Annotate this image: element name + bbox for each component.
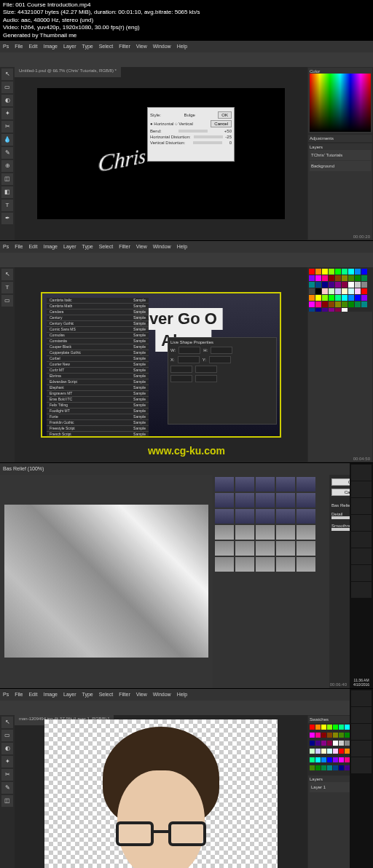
font-option[interactable]: ConsolasSample <box>47 333 149 339</box>
lasso-tool[interactable]: ◐ <box>1 743 13 754</box>
swatch[interactable] <box>310 733 315 738</box>
brush-tool[interactable]: ✎ <box>1 782 13 794</box>
swatch[interactable] <box>345 725 350 730</box>
swatch[interactable] <box>342 282 348 288</box>
taskbar-icon[interactable] <box>351 481 372 497</box>
swatch[interactable] <box>355 282 361 288</box>
filter-thumbnail[interactable] <box>256 557 275 572</box>
crop-tool[interactable]: ✂ <box>1 769 13 781</box>
filter-thumbnail[interactable] <box>276 477 295 492</box>
stamp-tool[interactable]: ⊕ <box>1 160 13 172</box>
filter-thumbnail[interactable] <box>297 557 315 572</box>
swatch[interactable] <box>361 295 367 301</box>
filter-thumbnail[interactable] <box>215 557 234 572</box>
menu-select[interactable]: Select <box>99 244 113 249</box>
font-option[interactable]: Edwardian ScriptSample <box>47 379 149 385</box>
menu-window[interactable]: Window <box>153 692 171 697</box>
filter-thumbnail[interactable] <box>276 557 295 572</box>
font-option[interactable]: EbrimaSample <box>47 374 149 379</box>
swatch[interactable] <box>342 269 348 275</box>
filter-thumbnail[interactable] <box>276 525 295 540</box>
swatch[interactable] <box>339 749 344 754</box>
font-option[interactable]: Cambria ItalicSample <box>47 298 149 304</box>
font-option[interactable]: Franklin GothicSample <box>47 420 149 426</box>
hdist-value[interactable]: -25 <box>225 135 232 139</box>
eraser-tool[interactable]: ◫ <box>1 795 13 807</box>
swatch[interactable] <box>310 749 315 754</box>
font-option[interactable]: CorbelSample <box>47 356 149 362</box>
pen-tool[interactable]: ✒ <box>1 213 13 224</box>
taskbar-icon[interactable] <box>351 707 372 723</box>
swatch[interactable] <box>333 725 338 730</box>
swatch[interactable] <box>321 733 326 738</box>
swatch[interactable] <box>345 741 350 746</box>
text-tool[interactable]: T <box>1 282 13 293</box>
filter-thumbnail[interactable] <box>215 477 234 492</box>
filter-thumbnail[interactable] <box>297 509 315 524</box>
bend-slider[interactable] <box>178 130 208 133</box>
swatch[interactable] <box>335 288 341 294</box>
swatch[interactable] <box>335 295 341 301</box>
swatch[interactable] <box>329 301 334 307</box>
swatch[interactable] <box>322 275 328 281</box>
swatch[interactable] <box>342 275 348 281</box>
filter-thumbnail[interactable] <box>276 509 295 524</box>
swatch[interactable] <box>322 295 328 301</box>
swatch[interactable] <box>348 288 354 294</box>
clock[interactable]: 11:36 AM 4/10/2016 <box>351 678 372 687</box>
text-tool[interactable]: T <box>1 200 13 211</box>
menu-edit[interactable]: Edit <box>28 692 37 697</box>
swatch[interactable] <box>329 275 334 281</box>
swatch[interactable] <box>315 269 321 275</box>
swatch[interactable] <box>321 765 326 770</box>
swatch[interactable] <box>342 295 348 301</box>
color-picker[interactable] <box>310 74 371 132</box>
font-option[interactable]: Cooper BlackSample <box>47 344 149 350</box>
swatch[interactable] <box>335 275 341 281</box>
font-option[interactable]: Eras Bold ITCSample <box>47 397 149 403</box>
taskbar-icon[interactable] <box>351 515 372 531</box>
cutout-layer[interactable] <box>88 727 234 868</box>
layer-background[interactable]: Background <box>310 161 371 171</box>
eyedropper-tool[interactable]: 💧 <box>1 134 13 146</box>
menu-help[interactable]: Help <box>177 692 187 697</box>
swatches-panel[interactable] <box>307 267 373 311</box>
swatch[interactable] <box>315 757 321 762</box>
crop-tool[interactable]: ✂ <box>1 121 13 133</box>
filter-thumbnail[interactable] <box>297 525 315 540</box>
swatch[interactable] <box>339 757 344 762</box>
taskbar-icon[interactable] <box>351 565 372 581</box>
swatch[interactable] <box>333 765 338 770</box>
filter-thumbnail[interactable] <box>235 493 254 508</box>
swatch[interactable] <box>345 749 350 754</box>
menu-edit[interactable]: Edit <box>28 44 37 49</box>
font-option[interactable]: CandaraSample <box>47 309 149 315</box>
filter-thumbnail[interactable] <box>297 477 315 492</box>
swatch[interactable] <box>310 741 315 746</box>
height-input[interactable] <box>211 347 232 354</box>
menu-layer[interactable]: Layer <box>63 44 76 49</box>
font-option[interactable]: ConstantiaSample <box>47 339 149 344</box>
taskbar-icon[interactable] <box>351 757 372 773</box>
swatch[interactable] <box>329 288 334 294</box>
canvas[interactable] <box>44 719 278 868</box>
filter-thumbnail[interactable] <box>297 493 315 508</box>
font-option[interactable]: Courier NewSample <box>47 362 149 368</box>
move-tool[interactable]: ↖ <box>1 68 13 80</box>
wand-tool[interactable]: ✦ <box>1 756 13 768</box>
horizontal-radio[interactable]: Horizontal <box>154 122 173 126</box>
menu-layer[interactable]: Layer <box>63 244 76 249</box>
corner-input[interactable] <box>195 366 217 373</box>
menu-image[interactable]: Image <box>44 44 58 49</box>
taskbar-icon[interactable] <box>351 532 372 548</box>
swatch[interactable] <box>327 765 332 770</box>
swatch[interactable] <box>361 275 367 281</box>
swatch[interactable] <box>355 301 361 307</box>
ok-button[interactable]: OK <box>218 111 232 119</box>
move-tool[interactable]: ↖ <box>1 717 13 728</box>
document-tab[interactable]: Untitled-1.psd @ 66.7% (Chris' Tutorials… <box>15 67 121 77</box>
swatch[interactable] <box>315 741 321 746</box>
swatch[interactable] <box>348 295 354 301</box>
filter-thumbnail[interactable] <box>256 525 275 540</box>
font-option[interactable]: Comic Sans MSSample <box>47 327 149 333</box>
